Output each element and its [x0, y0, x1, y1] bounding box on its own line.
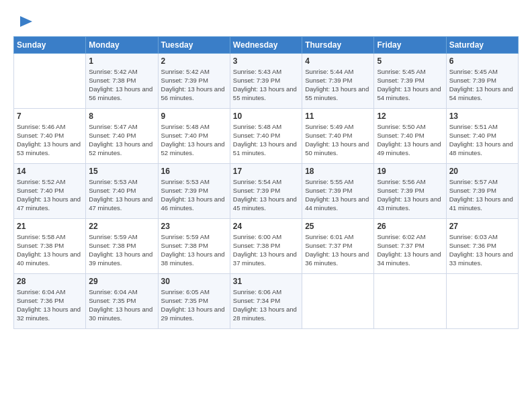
day-number: 9 [161, 111, 227, 121]
day-number: 25 [305, 222, 371, 231]
day-number: 20 [449, 167, 515, 176]
header-row: SundayMondayTuesdayWednesdayThursdayFrid… [14, 37, 519, 54]
day-cell: 3 Sunrise: 5:43 AMSunset: 7:39 PMDayligh… [230, 54, 302, 109]
col-header-saturday: Saturday [446, 37, 518, 54]
day-cell: 7 Sunrise: 5:46 AMSunset: 7:40 PMDayligh… [14, 109, 86, 164]
day-number: 31 [233, 277, 299, 286]
day-number: 23 [161, 222, 227, 231]
week-row-3: 14 Sunrise: 5:52 AMSunset: 7:40 PMDaylig… [14, 164, 519, 219]
day-info: Sunrise: 5:48 AMSunset: 7:40 PMDaylight:… [233, 123, 297, 156]
day-info: Sunrise: 5:53 AMSunset: 7:39 PMDaylight:… [161, 178, 225, 212]
day-info: Sunrise: 5:53 AMSunset: 7:40 PMDaylight:… [89, 178, 152, 212]
day-number: 5 [377, 56, 443, 66]
day-info: Sunrise: 5:49 AMSunset: 7:40 PMDaylight:… [305, 123, 369, 156]
day-info: Sunrise: 5:59 AMSunset: 7:38 PMDaylight:… [161, 233, 225, 267]
day-number: 17 [233, 167, 299, 176]
day-info: Sunrise: 5:58 AMSunset: 7:38 PMDaylight:… [17, 233, 81, 267]
day-cell: 19 Sunrise: 5:56 AMSunset: 7:39 PMDaylig… [374, 164, 446, 219]
day-cell: 10 Sunrise: 5:48 AMSunset: 7:40 PMDaylig… [230, 109, 302, 164]
day-info: Sunrise: 5:42 AMSunset: 7:38 PMDaylight:… [89, 68, 152, 101]
calendar-page: SundayMondayTuesdayWednesdayThursdayFrid… [0, 0, 532, 411]
day-number: 27 [449, 222, 515, 231]
day-number: 19 [377, 167, 443, 176]
day-cell: 14 Sunrise: 5:52 AMSunset: 7:40 PMDaylig… [14, 164, 86, 219]
day-cell: 9 Sunrise: 5:48 AMSunset: 7:40 PMDayligh… [158, 109, 230, 164]
week-row-1: 1 Sunrise: 5:42 AMSunset: 7:38 PMDayligh… [14, 54, 519, 109]
day-info: Sunrise: 6:01 AMSunset: 7:37 PMDaylight:… [305, 233, 369, 267]
day-cell: 12 Sunrise: 5:50 AMSunset: 7:40 PMDaylig… [374, 109, 446, 164]
calendar-table: SundayMondayTuesdayWednesdayThursdayFrid… [13, 36, 519, 329]
day-number: 21 [17, 222, 83, 231]
day-info: Sunrise: 5:42 AMSunset: 7:39 PMDaylight:… [161, 68, 225, 101]
day-info: Sunrise: 5:45 AMSunset: 7:39 PMDaylight:… [377, 68, 441, 101]
day-cell [302, 274, 374, 329]
logo [13, 12, 34, 31]
day-cell [446, 274, 518, 329]
day-number: 18 [305, 167, 371, 176]
day-number: 12 [377, 111, 443, 121]
day-number: 2 [161, 56, 227, 66]
day-cell: 8 Sunrise: 5:47 AMSunset: 7:40 PMDayligh… [86, 109, 158, 164]
day-number: 1 [89, 56, 154, 66]
col-header-wednesday: Wednesday [230, 37, 302, 54]
day-info: Sunrise: 5:59 AMSunset: 7:38 PMDaylight:… [89, 233, 152, 267]
week-row-5: 28 Sunrise: 6:04 AMSunset: 7:36 PMDaylig… [14, 274, 519, 329]
week-row-2: 7 Sunrise: 5:46 AMSunset: 7:40 PMDayligh… [14, 109, 519, 164]
day-cell: 11 Sunrise: 5:49 AMSunset: 7:40 PMDaylig… [302, 109, 374, 164]
day-number: 29 [89, 277, 154, 286]
day-number: 10 [233, 111, 299, 121]
day-info: Sunrise: 6:04 AMSunset: 7:36 PMDaylight:… [17, 288, 81, 322]
day-number: 16 [161, 167, 227, 176]
day-number: 15 [89, 167, 154, 176]
logo-icon [15, 12, 34, 31]
day-info: Sunrise: 5:54 AMSunset: 7:39 PMDaylight:… [233, 178, 297, 212]
day-cell: 25 Sunrise: 6:01 AMSunset: 7:37 PMDaylig… [302, 219, 374, 274]
day-info: Sunrise: 5:48 AMSunset: 7:40 PMDaylight:… [161, 123, 225, 156]
day-number: 4 [305, 56, 371, 66]
day-number: 8 [89, 111, 154, 121]
day-info: Sunrise: 5:46 AMSunset: 7:40 PMDaylight:… [17, 123, 81, 156]
day-cell: 26 Sunrise: 6:02 AMSunset: 7:37 PMDaylig… [374, 219, 446, 274]
day-info: Sunrise: 5:56 AMSunset: 7:39 PMDaylight:… [377, 178, 441, 212]
day-info: Sunrise: 5:52 AMSunset: 7:40 PMDaylight:… [17, 178, 81, 212]
week-row-4: 21 Sunrise: 5:58 AMSunset: 7:38 PMDaylig… [14, 219, 519, 274]
day-cell: 23 Sunrise: 5:59 AMSunset: 7:38 PMDaylig… [158, 219, 230, 274]
day-cell: 18 Sunrise: 5:55 AMSunset: 7:39 PMDaylig… [302, 164, 374, 219]
day-cell: 29 Sunrise: 6:04 AMSunset: 7:35 PMDaylig… [86, 274, 158, 329]
day-info: Sunrise: 5:43 AMSunset: 7:39 PMDaylight:… [233, 68, 297, 101]
day-info: Sunrise: 6:03 AMSunset: 7:36 PMDaylight:… [449, 233, 513, 267]
day-cell: 30 Sunrise: 6:05 AMSunset: 7:35 PMDaylig… [158, 274, 230, 329]
day-number: 11 [305, 111, 371, 121]
day-info: Sunrise: 6:04 AMSunset: 7:35 PMDaylight:… [89, 288, 152, 322]
day-info: Sunrise: 5:44 AMSunset: 7:39 PMDaylight:… [305, 68, 369, 101]
day-cell: 24 Sunrise: 6:00 AMSunset: 7:38 PMDaylig… [230, 219, 302, 274]
day-cell: 1 Sunrise: 5:42 AMSunset: 7:38 PMDayligh… [86, 54, 158, 109]
svg-marker-0 [20, 16, 32, 27]
day-info: Sunrise: 5:47 AMSunset: 7:40 PMDaylight:… [89, 123, 152, 156]
day-cell: 4 Sunrise: 5:44 AMSunset: 7:39 PMDayligh… [302, 54, 374, 109]
col-header-thursday: Thursday [302, 37, 374, 54]
day-cell: 17 Sunrise: 5:54 AMSunset: 7:39 PMDaylig… [230, 164, 302, 219]
day-number: 13 [449, 111, 515, 121]
day-cell [374, 274, 446, 329]
day-cell: 6 Sunrise: 5:45 AMSunset: 7:39 PMDayligh… [446, 54, 518, 109]
col-header-tuesday: Tuesday [158, 37, 230, 54]
day-number: 6 [449, 56, 515, 66]
header [13, 12, 519, 31]
day-number: 26 [377, 222, 443, 231]
day-info: Sunrise: 5:55 AMSunset: 7:39 PMDaylight:… [305, 178, 369, 212]
day-number: 7 [17, 111, 83, 121]
col-header-friday: Friday [374, 37, 446, 54]
day-info: Sunrise: 6:05 AMSunset: 7:35 PMDaylight:… [161, 288, 225, 322]
day-info: Sunrise: 6:00 AMSunset: 7:38 PMDaylight:… [233, 233, 297, 267]
day-cell: 22 Sunrise: 5:59 AMSunset: 7:38 PMDaylig… [86, 219, 158, 274]
day-number: 28 [17, 277, 83, 286]
day-number: 30 [161, 277, 227, 286]
day-info: Sunrise: 6:02 AMSunset: 7:37 PMDaylight:… [377, 233, 441, 267]
day-cell: 2 Sunrise: 5:42 AMSunset: 7:39 PMDayligh… [158, 54, 230, 109]
day-info: Sunrise: 5:57 AMSunset: 7:39 PMDaylight:… [449, 178, 513, 212]
day-info: Sunrise: 5:51 AMSunset: 7:40 PMDaylight:… [449, 123, 513, 156]
day-cell: 27 Sunrise: 6:03 AMSunset: 7:36 PMDaylig… [446, 219, 518, 274]
day-cell: 31 Sunrise: 6:06 AMSunset: 7:34 PMDaylig… [230, 274, 302, 329]
day-number: 24 [233, 222, 299, 231]
